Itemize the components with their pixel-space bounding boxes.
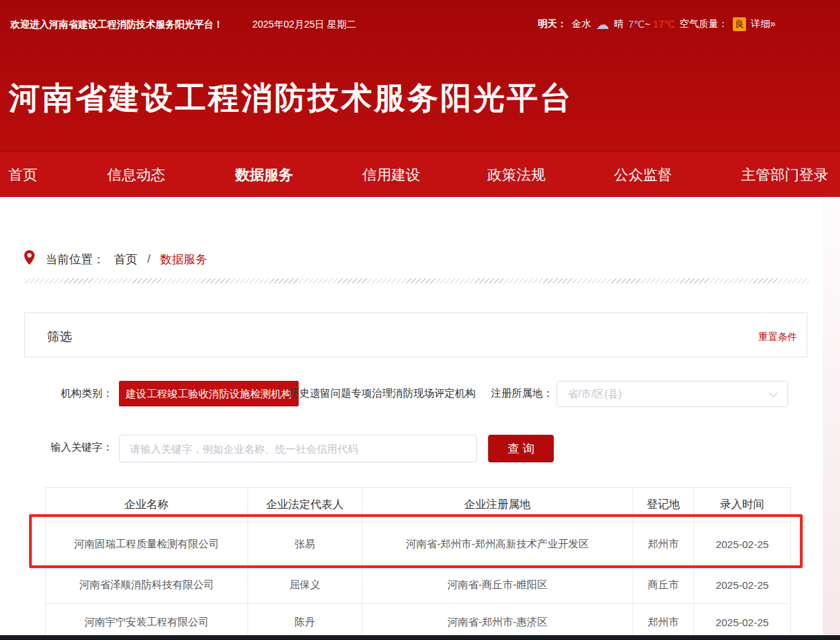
cloud-icon: ☁ xyxy=(596,18,609,31)
tomorrow-label: 明天： xyxy=(538,18,567,30)
site-header: 欢迎进入河南省建设工程消防技术服务阳光平台！ 2025年02月25日 星期二 明… xyxy=(0,0,840,151)
page-edge-gradient xyxy=(823,197,840,635)
nav-item-home[interactable]: 首页 xyxy=(8,151,37,198)
region-select[interactable]: 省/市/区(县) xyxy=(557,381,788,407)
nav-item-supervision[interactable]: 公众监督 xyxy=(614,151,672,198)
cell-company-name: 河南固瑞工程质量检测有限公司 xyxy=(46,523,248,567)
cell-reg-city: 郑州市 xyxy=(633,523,694,567)
keyword-label: 输入关键字： xyxy=(50,441,113,454)
weather-district: 金水 xyxy=(572,18,591,30)
date-text: 2025年02月25日 星期二 xyxy=(252,19,356,31)
cell-legal-rep: 张易 xyxy=(248,523,362,567)
weather-condition: 晴 xyxy=(614,18,624,30)
cell-reg-city: 商丘市 xyxy=(633,567,694,604)
keyword-input[interactable] xyxy=(119,435,477,462)
region-select-placeholder: 省/市/区(县) xyxy=(568,388,622,401)
location-pin-icon xyxy=(24,250,35,268)
category-option-unselected[interactable]: 历史遗留问题专项治理消防现场评定机构 xyxy=(289,387,476,400)
temperature-range: 7℃~ 17℃ xyxy=(628,19,675,30)
category-option-selected[interactable]: 建设工程竣工验收消防设施检测机构 xyxy=(119,381,299,406)
nav-item-news[interactable]: 信息动态 xyxy=(107,151,165,198)
search-button[interactable]: 查 询 xyxy=(488,435,554,462)
cell-company-name: 河南省泽顺消防科技有限公司 xyxy=(46,567,248,604)
welcome-text: 欢迎进入河南省建设工程消防技术服务阳光平台！ xyxy=(10,19,223,31)
col-reg-city: 登记地 xyxy=(633,488,694,523)
cell-reg-address: 河南省-郑州市-郑州高新技术产业开发区 xyxy=(362,523,633,567)
nav-item-data-service[interactable]: 数据服务 xyxy=(235,151,293,198)
temp-low: 7℃ xyxy=(628,19,645,30)
chevron-down-icon xyxy=(769,388,778,397)
table-row: 河南固瑞工程质量检测有限公司 张易 河南省-郑州市-郑州高新技术产业开发区 郑州… xyxy=(46,523,791,567)
category-label: 机构类别： xyxy=(61,387,113,400)
nav-item-admin-login[interactable]: 主管部门登录 xyxy=(741,151,828,198)
nav-item-policy[interactable]: 政策法规 xyxy=(487,151,545,198)
cell-reg-address: 河南省-商丘市-睢阳区 xyxy=(362,567,633,604)
weather-widget: 明天： 金水 ☁ 晴 7℃~ 17℃ 空气质量： 良 详细» xyxy=(538,17,776,31)
breadcrumb-label: 当前位置： xyxy=(46,252,104,267)
temp-tilde: ~ xyxy=(645,19,651,30)
region-label: 注册所属地： xyxy=(491,387,553,400)
col-legal-rep: 企业法定代表人 xyxy=(248,488,362,523)
nav-item-credit[interactable]: 信用建设 xyxy=(362,151,420,198)
air-quality-label: 空气质量： xyxy=(680,18,728,30)
col-entry-date: 录入时间 xyxy=(694,488,791,523)
breadcrumb-home-link[interactable]: 首页 xyxy=(114,252,138,267)
table-header-row: 企业名称 企业法定代表人 企业注册属地 登记地 录入时间 xyxy=(46,488,791,523)
temp-high: 17℃ xyxy=(653,19,675,30)
breadcrumb-separator: / xyxy=(147,252,151,266)
air-quality-badge: 良 xyxy=(733,17,746,31)
reset-filters-link[interactable]: 重置条件 xyxy=(758,331,797,343)
col-company-name: 企业名称 xyxy=(46,488,248,523)
filter-title: 筛选 xyxy=(47,328,72,345)
cell-entry-date: 2025-02-25 xyxy=(694,567,791,604)
main-nav: 首页 信息动态 数据服务 信用建设 政策法规 公众监督 主管部门登录 xyxy=(0,151,840,197)
bottom-dark-bar xyxy=(0,635,840,640)
col-reg-address: 企业注册属地 xyxy=(362,488,633,523)
top-bar: 欢迎进入河南省建设工程消防技术服务阳光平台！ 2025年02月25日 星期二 明… xyxy=(0,0,840,41)
table-row: 河南省泽顺消防科技有限公司 屈保义 河南省-商丘市-睢阳区 商丘市 2025-0… xyxy=(46,567,791,604)
cell-legal-rep: 屈保义 xyxy=(248,567,362,604)
filter-header-box: 筛选 重置条件 xyxy=(24,312,808,357)
hatch-divider xyxy=(24,279,809,283)
breadcrumb: 当前位置： 首页 / 数据服务 xyxy=(24,250,207,268)
breadcrumb-current[interactable]: 数据服务 xyxy=(160,252,207,267)
companies-table: 企业名称 企业法定代表人 企业注册属地 登记地 录入时间 河南固瑞工程质量检测有… xyxy=(45,487,791,640)
cell-entry-date: 2025-02-25 xyxy=(694,523,791,567)
page-title: 河南省建设工程消防技术服务阳光平台 xyxy=(9,77,573,119)
weather-detail-link[interactable]: 详细» xyxy=(751,18,776,30)
